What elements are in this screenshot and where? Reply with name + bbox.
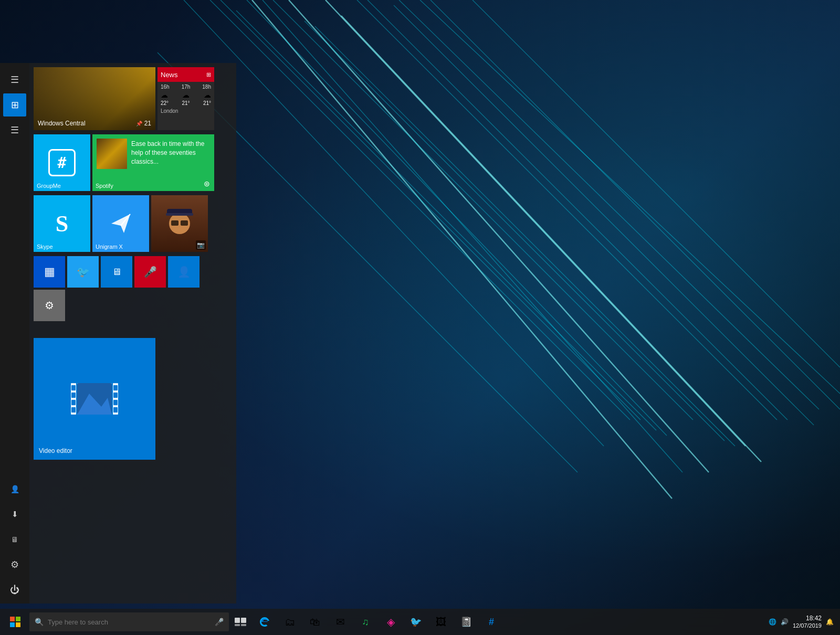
news-tile-icon: ⊞ <box>206 71 211 78</box>
svg-line-19 <box>247 0 667 436</box>
svg-line-5 <box>289 0 709 472</box>
tile-video-editor-label: Video editor <box>39 447 72 454</box>
svg-rect-36 <box>10 617 15 621</box>
svg-line-9 <box>236 10 656 430</box>
svg-rect-25 <box>71 393 76 398</box>
people-icon: 👤 <box>177 266 191 278</box>
microphone-search-icon[interactable]: 🎤 <box>215 618 224 626</box>
taskbar-app-spotify[interactable]: ♫ <box>353 609 378 635</box>
volume-icon[interactable]: 🔊 <box>781 618 789 626</box>
start-button[interactable] <box>2 609 28 635</box>
taskbar-app-mail[interactable]: ✉ <box>328 609 353 635</box>
taskbar-app-store[interactable]: 🛍 <box>302 609 328 635</box>
network-icon[interactable]: 🌐 <box>769 618 776 626</box>
tile-settings[interactable]: ⚙ <box>34 290 65 321</box>
unigram-icon <box>109 212 132 235</box>
taskbar-app-photos[interactable]: 🖼 <box>428 609 454 635</box>
mixed-reality-icon: ◈ <box>387 616 395 628</box>
tile-spacer <box>34 325 232 334</box>
svg-rect-42 <box>235 624 240 626</box>
tile-twitter-small[interactable]: 🐦 <box>67 256 99 288</box>
tile-row-2: # GroupMe Ease back in time with the hel… <box>34 134 232 191</box>
search-box[interactable]: 🔍 🎤 <box>29 612 229 631</box>
windows-logo-icon <box>10 617 20 627</box>
svg-rect-33 <box>113 393 118 398</box>
taskbar-app-mixed-reality[interactable]: ◈ <box>378 609 403 635</box>
sidebar-power[interactable]: ⏻ <box>3 578 26 601</box>
taskbar-app-onenote[interactable]: 📓 <box>454 609 479 635</box>
task-view-button[interactable] <box>229 609 252 635</box>
twitter-taskbar-icon: 🐦 <box>410 616 422 628</box>
tile-windows-central-title: Windows Central <box>38 120 86 127</box>
clock[interactable]: 18:42 12/07/2019 <box>793 615 822 629</box>
spotify-song-text: Ease back in time with the help of these… <box>131 139 210 166</box>
start-menu-sidebar: ☰ ⊞ ☰ 👤 ⬇ 🖥 ⚙ ⏻ <box>0 63 29 604</box>
camera-badge-icon: 📷 <box>196 240 206 250</box>
tile-people[interactable]: 👤 <box>168 256 200 288</box>
svg-rect-34 <box>113 400 118 405</box>
taskbar-app-edge[interactable] <box>252 609 277 635</box>
weather-hours-row: 16h 17h 18h <box>161 84 211 90</box>
tile-trello[interactable]: ▦ <box>34 256 65 288</box>
date-display: 12/07/2019 <box>793 622 822 629</box>
taskbar-app-twitter[interactable]: 🐦 <box>403 609 428 635</box>
taskbar-system-tray: 🌐 🔊 18:42 12/07/2019 🔔 <box>769 615 838 629</box>
tile-groupme[interactable]: # GroupMe <box>34 134 90 191</box>
svg-rect-27 <box>71 407 76 412</box>
tile-row-video: Video editor <box>34 338 232 460</box>
settings-gear-icon: ⚙ <box>45 299 54 312</box>
tile-video-editor[interactable]: Video editor <box>34 338 155 460</box>
weather-icons-row: ☁ ☁ ☁ <box>161 91 211 99</box>
svg-line-13 <box>273 0 693 420</box>
taskbar-app-groupme[interactable]: # <box>479 609 504 635</box>
weather-location: London <box>161 108 211 114</box>
sidebar-settings[interactable]: ⚙ <box>3 553 26 576</box>
sidebar-hamburger[interactable]: ☰ <box>3 68 26 91</box>
svg-line-12 <box>472 0 840 367</box>
svg-line-6 <box>341 16 761 462</box>
groupme-icon: # <box>48 149 76 176</box>
groupme-taskbar-icon: # <box>489 617 494 628</box>
taskbar: 🔍 🎤 🗂 🛍 ✉ ♫ ◈ 🐦 🖼 📓 <box>0 609 840 635</box>
svg-rect-41 <box>241 618 246 623</box>
twitter-bird-icon: 🐦 <box>77 266 90 278</box>
tile-skype[interactable]: S Skype <box>34 195 90 252</box>
svg-rect-32 <box>113 385 118 390</box>
tile-skype-label: Skype <box>37 244 53 250</box>
weather-temp-row: 22° 21° 21° <box>161 100 211 106</box>
notification-icon[interactable]: 🔔 <box>826 618 834 626</box>
sidebar-user[interactable]: 👤 <box>3 478 26 501</box>
tile-row-1: Windows Central 📌 21 News ⊞ 16h 17h <box>34 67 232 130</box>
tile-remote-desktop[interactable]: 🖥 <box>101 256 132 288</box>
tile-voice-recorder[interactable]: 🎤 <box>134 256 166 288</box>
spotify-text-area: Ease back in time with the help of these… <box>131 139 210 166</box>
svg-rect-24 <box>71 385 76 390</box>
search-input[interactable] <box>48 618 211 626</box>
svg-rect-39 <box>16 622 20 627</box>
svg-rect-37 <box>16 617 20 621</box>
edge-icon <box>259 616 270 628</box>
mail-icon: ✉ <box>336 616 345 628</box>
tile-spotify[interactable]: Ease back in time with the help of these… <box>92 134 214 191</box>
news-weather-body: 16h 17h 18h ☁ ☁ ☁ 22° 21° 21° <box>158 82 214 130</box>
taskbar-app-explorer[interactable]: 🗂 <box>277 609 302 635</box>
video-editor-icon <box>71 378 118 420</box>
tile-person-photo[interactable]: 📷 <box>151 195 208 252</box>
start-menu: ☰ ⊞ ☰ 👤 ⬇ 🖥 ⚙ ⏻ Windows Central 📌 21 <box>0 63 236 604</box>
spotify-album-art <box>97 139 127 169</box>
svg-line-10 <box>394 5 814 425</box>
store-icon: 🛍 <box>310 616 320 628</box>
sidebar-tiles[interactable]: ⊞ <box>3 93 26 117</box>
tile-unigram-label: Unigram X <box>96 244 123 250</box>
tile-windows-central-badge: 📌 21 <box>136 120 151 127</box>
tile-news[interactable]: News ⊞ 16h 17h 18h ☁ ☁ ☁ 22° <box>158 67 214 130</box>
news-tile-title: News <box>161 71 178 79</box>
tile-windows-central[interactable]: Windows Central 📌 21 <box>34 67 155 130</box>
tile-row-small: ▦ 🐦 🖥 🎤 👤 ⚙ <box>34 256 232 321</box>
sidebar-list[interactable]: ☰ <box>3 119 26 142</box>
tile-unigram[interactable]: Unigram X <box>92 195 149 252</box>
tile-row-3: S Skype Unigram X <box>34 195 232 252</box>
tiles-area: Windows Central 📌 21 News ⊞ 16h 17h <box>29 63 236 604</box>
sidebar-download[interactable]: ⬇ <box>3 503 26 526</box>
sidebar-pc[interactable]: 🖥 <box>3 528 26 551</box>
